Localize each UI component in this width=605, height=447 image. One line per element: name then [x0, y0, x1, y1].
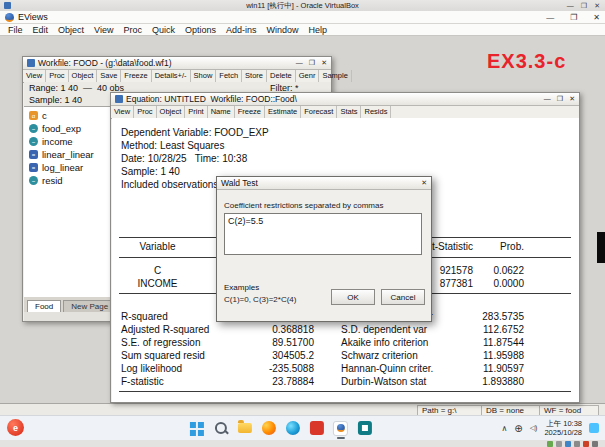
toolbar-button[interactable]: Stats [337, 106, 361, 118]
firefox-button[interactable] [260, 420, 276, 436]
equation-minimize-button[interactable]: — [544, 95, 551, 103]
workfile-icon [27, 59, 35, 67]
workfile-maximize-button[interactable]: ❐ [309, 59, 315, 67]
toolbar-button[interactable]: Print [185, 106, 207, 118]
search-button[interactable] [212, 420, 228, 436]
toolbar-button[interactable]: Sample [319, 70, 351, 82]
eviews-close-button[interactable]: ✕ [593, 13, 600, 22]
workfile-close-button[interactable]: ✕ [321, 59, 327, 67]
wald-dialog-titlebar[interactable]: Wald Test ✕ [217, 177, 431, 190]
method-line: Method: Least Squares [121, 140, 224, 151]
stat-label: Sum squared resid [121, 350, 205, 361]
menu-item-quick[interactable]: Quick [147, 25, 180, 35]
workfile-object-resid[interactable]: ~ resid [29, 175, 63, 186]
display-status-icon [583, 441, 589, 447]
toolbar-button[interactable]: View [111, 106, 134, 118]
object-label: log_linear [42, 162, 83, 173]
vbox-minimize-button[interactable]: — [567, 2, 574, 9]
menu-item-proc[interactable]: Proc [118, 25, 147, 35]
file-explorer-button[interactable] [236, 420, 252, 436]
toolbar-button[interactable]: Genr [296, 70, 320, 82]
ok-button[interactable]: OK [331, 289, 375, 305]
teal-app-icon [357, 421, 371, 435]
toolbar-button[interactable]: Freeze [121, 70, 151, 82]
stat-label: S.E. of regression [121, 337, 200, 348]
workfile-titlebar[interactable]: Workfile: FOOD - (g:\data\food.wf1) — ❐ … [23, 57, 331, 70]
toolbar-button[interactable]: Fetch [216, 70, 242, 82]
menu-item-window[interactable]: Window [261, 25, 303, 35]
eviews-taskbar-button[interactable] [332, 420, 348, 436]
examples-text: C(1)=0, C(3)=2*C(4) [224, 295, 296, 304]
equation-titlebar[interactable]: Equation: UNTITLED Workfile: FOOD::Food\… [111, 93, 579, 106]
toolbar-button[interactable]: Name [208, 106, 235, 118]
toolbar-button[interactable]: Object [157, 106, 186, 118]
menu-item-edit[interactable]: Edit [28, 25, 54, 35]
taskbar-center-icons [188, 416, 372, 440]
vbox-close-button[interactable]: ✕ [594, 2, 600, 10]
toolbar-button[interactable]: Freeze [235, 106, 265, 118]
menu-item-file[interactable]: File [3, 25, 28, 35]
annotation-text: EX3.3-c [487, 50, 566, 73]
cell-prob: 0.0622 [434, 265, 524, 276]
menu-item-object[interactable]: Object [53, 25, 89, 35]
toolbar-button[interactable]: Proc [134, 106, 156, 118]
toolbar-button[interactable]: Save [97, 70, 121, 82]
active-app-indicator [336, 437, 344, 439]
workfile-object-log_linear[interactable]: = log_linear [29, 162, 83, 173]
equation-close-button[interactable]: ✕ [569, 95, 575, 103]
toolbar-button[interactable]: Resids [361, 106, 391, 118]
network-icon[interactable]: ⊕ [514, 423, 522, 434]
toolbar-button[interactable]: Forecast [301, 106, 337, 118]
workfile-minimize-button[interactable]: — [296, 59, 303, 67]
toolbar-button[interactable]: View [23, 70, 46, 82]
toolbar-button[interactable]: Show [191, 70, 217, 82]
stat-label: S.D. dependent var [341, 324, 427, 335]
toolbar-button[interactable]: Store [242, 70, 267, 82]
object-label: linear_linear [42, 149, 94, 160]
equation-maximize-button[interactable]: ❐ [557, 95, 563, 103]
restrictions-label: Coefficient restrictions separated by co… [224, 201, 383, 210]
taskbar-clock[interactable]: 上午 10:38 2025/10/28 [544, 419, 582, 437]
red-app-icon [309, 421, 323, 435]
sample-line: Sample: 1 40 [121, 166, 180, 177]
stat-value: 89.51700 [222, 337, 314, 348]
stat-value: 283.5735 [434, 311, 524, 322]
stat-value: 1.893880 [434, 376, 524, 387]
menu-item-help[interactable]: Help [304, 25, 333, 35]
toolbar-button[interactable]: Object [69, 70, 98, 82]
object-label: food_exp [42, 123, 81, 134]
start-button[interactable] [188, 420, 204, 436]
equation-window-icon [115, 95, 123, 103]
eviews-minimize-button[interactable]: — [546, 13, 554, 22]
toolbar-button[interactable]: Proc [46, 70, 68, 82]
vbox-title: win11 [執行中] - Oracle VirtualBox [246, 1, 359, 11]
system-tray: ∧ ⊕ ◁) 上午 10:38 2025/10/28 [501, 416, 599, 440]
toolbar-button[interactable]: Delete [267, 70, 296, 82]
teal-app-button[interactable] [356, 420, 372, 436]
workfile-object-linear_linear[interactable]: = linear_linear [29, 149, 94, 160]
tray-chevron-icon[interactable]: ∧ [501, 424, 507, 433]
workfile-object-c[interactable]: α c [29, 110, 47, 121]
notification-icon[interactable] [589, 423, 599, 433]
menu-item-view[interactable]: View [89, 25, 118, 35]
restrictions-input[interactable]: C(2)=5.5 [224, 213, 422, 255]
wald-dialog-close-button[interactable]: ✕ [421, 179, 427, 187]
menu-item-addins[interactable]: Add-ins [221, 25, 262, 35]
workfile-object-food_exp[interactable]: ~ food_exp [29, 123, 81, 134]
separator-line [119, 391, 571, 392]
vbox-maximize-button[interactable]: ❐ [581, 2, 587, 10]
edge-button[interactable] [284, 420, 300, 436]
eviews-maximize-button[interactable]: ❐ [570, 13, 577, 22]
red-app-button[interactable] [308, 420, 324, 436]
eviews-titlebar[interactable]: EViews — ❐ ✕ [0, 11, 605, 24]
cancel-button[interactable]: Cancel [381, 289, 425, 305]
tab-food[interactable]: Food [27, 300, 61, 312]
toolbar-button[interactable]: Details+/- [152, 70, 191, 82]
workfile-object-income[interactable]: ~ income [29, 136, 73, 147]
stat-label: F-statistic [121, 376, 164, 387]
tab-new-page[interactable]: New Page [63, 300, 116, 312]
taskbar-left-app-icon[interactable]: e [7, 419, 24, 436]
toolbar-button[interactable]: Estimate [265, 106, 301, 118]
menu-item-options[interactable]: Options [180, 25, 221, 35]
volume-icon[interactable]: ◁) [530, 424, 538, 432]
